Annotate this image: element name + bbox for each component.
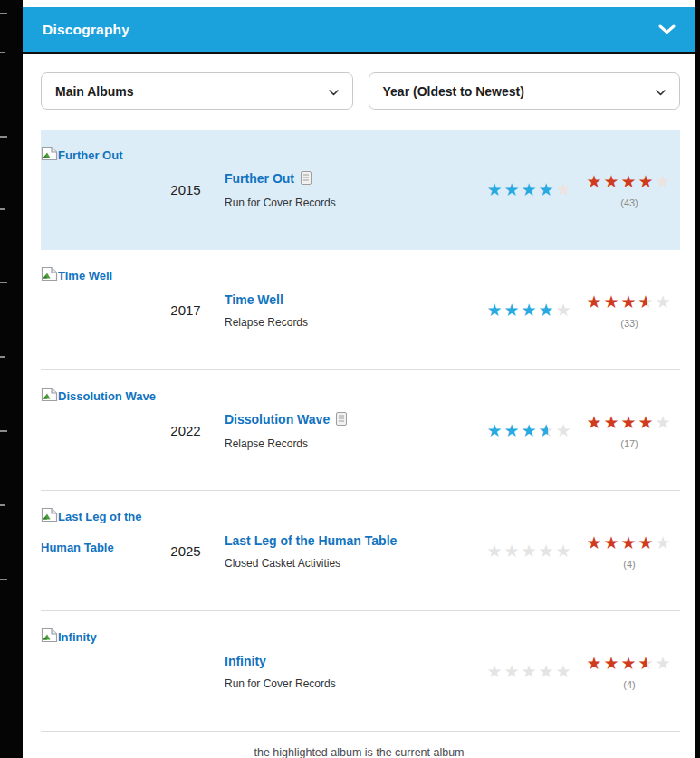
critic-stars: ★★★★★ <box>481 541 579 561</box>
album-type-select[interactable]: Main Albums <box>41 72 353 110</box>
album-year: 2015 <box>163 182 208 197</box>
album-list: Further Out 2015 Further Out Run for Cov… <box>23 130 695 732</box>
user-rating-count: (4) <box>623 559 635 570</box>
chevron-down-icon <box>329 83 339 100</box>
album-title-text: Time Well <box>225 293 283 307</box>
user-stars[interactable]: ★★★★★★ <box>586 653 672 674</box>
user-rating-count: (17) <box>620 438 638 449</box>
edge-tick <box>0 430 7 432</box>
window-right-edge <box>695 0 700 758</box>
album-info: Further Out Run for Cover Records <box>208 170 481 209</box>
edge-tick <box>0 136 7 138</box>
album-title-text: Infinity <box>225 654 266 668</box>
user-rating-cell: ★★★★★★ (4) <box>579 653 680 690</box>
album-year: 2017 <box>163 302 208 318</box>
sort-order-value: Year (Oldest to Newest) <box>383 84 524 99</box>
user-stars[interactable]: ★★★★★ <box>586 412 672 433</box>
album-year: 2022 <box>163 423 208 438</box>
user-stars[interactable]: ★★★★★★ <box>586 292 672 312</box>
edge-tick <box>0 52 5 53</box>
album-title-text: Last Leg of the Human Table <box>225 533 397 548</box>
footer-note: the highlighted album is the current alb… <box>23 746 695 758</box>
album-title-link[interactable]: Further Out <box>225 171 294 186</box>
critic-stars: ★★★★★ <box>481 179 579 200</box>
album-cover-link[interactable]: Last Leg of the Human Table <box>41 491 163 563</box>
critic-stars: ★★★★★★ <box>481 420 579 441</box>
critic-stars: ★★★★★ <box>481 661 579 682</box>
user-rating-cell: ★★★★★ (43) <box>579 171 680 208</box>
album-label: Closed Casket Activities <box>225 557 481 570</box>
album-info: Last Leg of the Human Table Closed Caske… <box>208 533 481 570</box>
album-title-link[interactable]: Dissolution Wave <box>225 412 330 427</box>
critic-stars: ★★★★★ <box>481 300 579 321</box>
album-thumb-alt: Time Well <box>58 269 112 283</box>
edge-tick <box>0 356 5 358</box>
edge-tick <box>0 208 5 210</box>
edge-tick <box>0 504 5 506</box>
album-info: Dissolution Wave Relapse Records <box>208 411 481 450</box>
album-row: Infinity Infinity Run for Cover Records … <box>41 611 680 732</box>
album-info: Infinity Run for Cover Records <box>208 653 481 690</box>
chevron-down-icon <box>656 83 666 100</box>
window-left-edge <box>0 0 23 758</box>
broken-image-icon <box>41 507 58 523</box>
user-rating-count: (4) <box>623 679 635 690</box>
album-year: 2025 <box>163 543 208 559</box>
filter-bar: Main Albums Year (Oldest to Newest) <box>23 54 695 110</box>
broken-image-icon <box>41 146 58 161</box>
sort-order-select[interactable]: Year (Oldest to Newest) <box>369 72 681 110</box>
user-rating-cell: ★★★★★ (4) <box>579 533 680 570</box>
user-rating-cell: ★★★★★★ (33) <box>579 292 680 329</box>
user-rating-cell: ★★★★★ (17) <box>579 412 680 449</box>
review-icon[interactable] <box>336 413 347 428</box>
album-row: Time Well 2017 Time Well Relapse Records… <box>41 250 680 370</box>
broken-image-icon <box>41 266 58 282</box>
album-title-link[interactable]: Last Leg of the Human Table <box>225 533 397 548</box>
discography-header[interactable]: Discography <box>23 7 695 54</box>
user-rating-count: (33) <box>620 318 638 329</box>
album-row: Last Leg of the Human Table 2025 Last Le… <box>41 491 680 611</box>
user-rating-count: (43) <box>620 197 638 208</box>
album-label: Run for Cover Records <box>225 677 481 690</box>
album-thumb-alt: Further Out <box>58 149 123 162</box>
album-type-value: Main Albums <box>55 84 134 99</box>
album-cover-link[interactable]: Infinity <box>41 611 163 653</box>
album-title-link[interactable]: Infinity <box>225 654 266 668</box>
user-stars[interactable]: ★★★★★ <box>586 171 672 192</box>
edge-tick <box>0 13 7 14</box>
album-row: Dissolution Wave 2022 Dissolution Wave R… <box>41 370 680 491</box>
album-cover-link[interactable]: Further Out <box>41 130 163 171</box>
album-label: Relapse Records <box>225 316 481 329</box>
album-label: Relapse Records <box>225 437 481 450</box>
album-row: Further Out 2015 Further Out Run for Cov… <box>41 130 680 250</box>
album-title-text: Further Out <box>225 171 294 186</box>
broken-image-icon <box>41 628 58 643</box>
user-stars[interactable]: ★★★★★ <box>586 533 672 553</box>
section-title: Discography <box>43 22 129 38</box>
chevron-down-icon[interactable] <box>658 22 676 38</box>
album-thumb-alt: Infinity <box>58 630 97 644</box>
album-info: Time Well Relapse Records <box>208 292 481 329</box>
review-icon[interactable] <box>301 172 312 187</box>
album-thumb-alt: Dissolution Wave <box>58 389 156 403</box>
broken-image-icon <box>41 387 58 402</box>
album-label: Run for Cover Records <box>225 197 481 209</box>
edge-tick <box>0 579 7 580</box>
album-title-text: Dissolution Wave <box>225 412 330 427</box>
album-title-link[interactable]: Time Well <box>225 293 283 307</box>
discography-panel: Discography Main Albums Year (Oldest to … <box>23 0 695 758</box>
album-cover-link[interactable]: Time Well <box>41 250 163 292</box>
album-cover-link[interactable]: Dissolution Wave <box>41 370 163 412</box>
edge-tick <box>0 282 7 283</box>
